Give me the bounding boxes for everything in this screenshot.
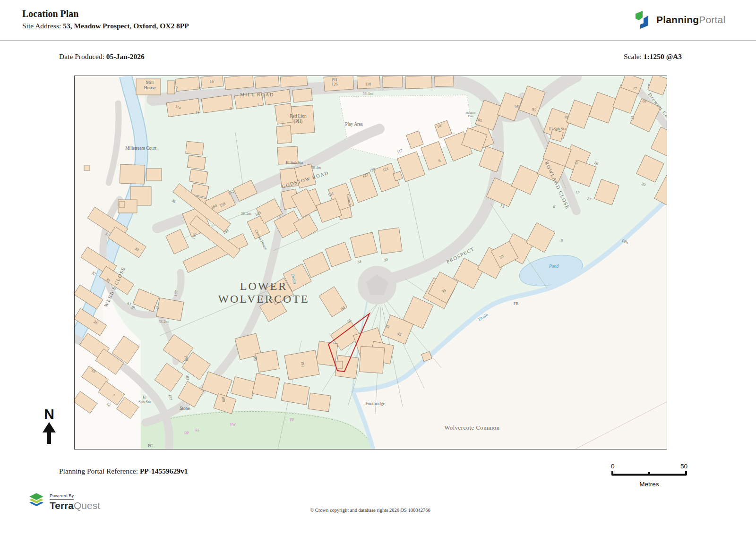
building-footprint [146, 169, 162, 181]
map-label: WOLVERCOTE [218, 293, 309, 305]
map-label: Footbridge [365, 401, 385, 406]
map-label: 58.2m [241, 211, 251, 216]
map-label: Stone [180, 406, 190, 411]
scale-bar-rule [610, 470, 689, 477]
building-footprint [359, 346, 385, 373]
building-footprint [308, 393, 331, 412]
location-plan-map: MillHouseMILL ROAD58.4mPH12611812151611a… [74, 76, 667, 449]
scale-bar-start: 0 [611, 463, 615, 470]
map-label: Flats [468, 115, 473, 118]
building-footprint [324, 76, 354, 91]
building-footprint [383, 76, 403, 88]
date-produced: Date Produced: 05-Jan-2026 [59, 52, 145, 61]
map-label: Wolvercote Common [444, 424, 499, 431]
building-footprint [119, 202, 125, 207]
site-address-label: Site Address: [22, 22, 63, 30]
building-footprint [187, 155, 206, 170]
map-label: 9 [230, 106, 232, 111]
map-label: 12 [174, 85, 178, 90]
map-label: MILL ROAD [240, 92, 274, 97]
north-label: N [40, 406, 59, 422]
map-label: Play Area [345, 122, 363, 127]
site-address: Site Address: 53, Meadow Prospect, Oxfor… [22, 22, 189, 30]
powered-by-label: Powered By [50, 493, 74, 500]
map-label: 118 [365, 82, 371, 86]
map-label: FP [290, 418, 294, 422]
planning-portal-logo-text: PlanningPortal [656, 14, 725, 25]
building-footprint [186, 141, 204, 155]
map-label: 58.4m [362, 91, 373, 96]
building-footprint [336, 361, 343, 369]
map-label: 58.2m [158, 319, 169, 324]
building-footprint [435, 76, 454, 87]
planning-portal-logo-icon [633, 10, 652, 30]
map-label: Meadow [466, 111, 476, 114]
os-map-canvas: MillHouseMILL ROAD58.4mPH12611812151611a… [75, 76, 667, 449]
copyright-note: © Crown copyright and database rights 20… [74, 508, 666, 513]
map-label: 58.4m [311, 165, 321, 170]
scale-bar: 0 50 Metres [610, 463, 689, 488]
site-address-value: 53, Meadow Prospect, Oxford, OX2 8PP [63, 22, 189, 30]
map-label: FB [514, 301, 519, 306]
scale-bar-unit: Metres [610, 481, 689, 488]
map-label: House [144, 85, 155, 90]
building-footprint [156, 298, 184, 321]
map-label: (PH) [294, 119, 302, 124]
location-plan-page: Location Plan Site Address: 53, Meadow P… [0, 0, 756, 534]
building-footprint [405, 76, 432, 89]
building-footprint [256, 350, 279, 372]
scale-note: Scale: 1:1250 @A3 [624, 52, 682, 61]
header-divider [0, 41, 756, 41]
map-label: El Sub Sta [286, 160, 303, 165]
north-arrow-icon [41, 422, 57, 444]
map-label: Pond [549, 264, 558, 269]
building-footprint [84, 166, 90, 170]
map-label: Sub Sta [138, 399, 151, 404]
map-label: BP [184, 431, 189, 435]
map-label: FW [230, 423, 236, 427]
map-label: 66 [514, 103, 519, 109]
north-indicator: N [40, 406, 59, 446]
scale-bar-end: 50 [680, 463, 687, 470]
planning-portal-logo: PlanningPortal [633, 9, 747, 30]
map-label: 1 [647, 83, 649, 87]
map-label: Mill [146, 80, 154, 85]
map-label: 126 [332, 82, 338, 86]
building-footprint [280, 76, 307, 87]
building-footprint [378, 228, 403, 254]
building-footprint [292, 88, 312, 102]
map-label: 15 [197, 86, 201, 91]
map-label: Red Lion [290, 114, 307, 119]
map-label: LB [154, 305, 159, 310]
map-label: 16 [210, 79, 214, 84]
building-footprint [255, 76, 279, 88]
map-label: Millstream Court [125, 146, 156, 151]
building-footprint [120, 164, 145, 184]
map-label: El Sub Sta [549, 127, 566, 131]
map-label: LOWER [240, 280, 287, 292]
planning-portal-reference: Planning Portal Reference: PP-14559629v1 [59, 467, 188, 475]
building-footprint [276, 126, 292, 144]
page-title: Location Plan [22, 8, 78, 19]
map-label: El [143, 395, 146, 399]
map-label: FF [196, 428, 200, 432]
terraquest-logo-icon [27, 491, 46, 510]
building-footprint [175, 76, 200, 91]
map-label: PC [148, 443, 153, 448]
map-label: 1 [257, 102, 259, 107]
